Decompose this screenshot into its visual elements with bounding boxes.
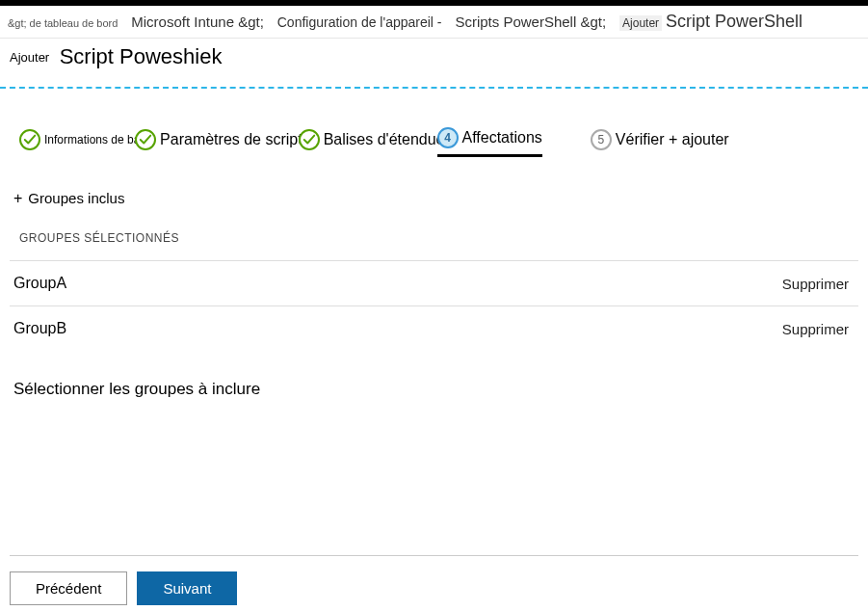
step-basics[interactable]: Informations de base xyxy=(19,129,152,156)
selected-groups-header: GROUPES SÉLECTIONNÉS xyxy=(10,212,858,260)
wizard-stepper: Informations de base Paramètres de scrip… xyxy=(10,98,858,157)
step-number-icon: 5 xyxy=(591,129,612,150)
breadcrumb-current-title: Script PowerShell xyxy=(666,12,802,31)
step-review-add[interactable]: 5 Vérifier + ajouter xyxy=(591,129,729,156)
breadcrumb-item-powershell-scripts[interactable]: Scripts PowerShell &gt; xyxy=(455,13,606,30)
page-header-label: Ajouter xyxy=(10,50,49,65)
page-title: Script Poweshiek xyxy=(60,44,223,68)
included-groups-label: Groupes inclus xyxy=(28,190,124,206)
step-label: Balises d'étendue xyxy=(324,131,445,148)
step-label: Affectations xyxy=(462,129,542,146)
plus-icon: + xyxy=(13,191,22,206)
step-assignments[interactable]: 4 Affectations xyxy=(437,127,542,157)
page-header: Ajouter Script Poweshiek xyxy=(0,39,868,87)
check-icon xyxy=(299,129,320,150)
breadcrumb-item-dashboard[interactable]: &gt; de tableau de bord xyxy=(8,17,118,29)
step-script-settings[interactable]: Paramètres de script xyxy=(135,129,302,156)
breadcrumb-item-current: Ajouter Script PowerShell xyxy=(619,12,802,32)
breadcrumb-current-prefix: Ajouter xyxy=(619,15,662,31)
step-number-icon: 4 xyxy=(437,127,459,148)
step-scope-tags[interactable]: Balises d'étendue xyxy=(299,129,445,156)
step-label: Vérifier + ajouter xyxy=(616,131,729,148)
wizard-footer: Précédent Suivant xyxy=(10,555,858,605)
back-button[interactable]: Précédent xyxy=(10,571,127,605)
included-groups-toggle[interactable]: + Groupes inclus xyxy=(10,186,858,212)
next-button[interactable]: Suivant xyxy=(137,571,237,605)
content-area: Informations de base Paramètres de scrip… xyxy=(0,89,868,409)
breadcrumb-item-device-config[interactable]: Configuration de l'appareil - xyxy=(277,14,442,30)
remove-button[interactable]: Supprimer xyxy=(782,276,849,292)
table-row: GroupA Supprimer xyxy=(10,260,858,306)
breadcrumb-item-intune[interactable]: Microsoft Intune &gt; xyxy=(131,13,264,30)
check-icon xyxy=(19,129,40,150)
group-name: GroupA xyxy=(13,275,66,292)
check-icon xyxy=(135,129,156,150)
breadcrumb: &gt; de tableau de bord Microsoft Intune… xyxy=(0,6,868,39)
select-groups-link[interactable]: Sélectionner les groupes à inclure xyxy=(10,351,858,409)
remove-button[interactable]: Supprimer xyxy=(782,321,849,337)
table-row: GroupB Supprimer xyxy=(10,306,858,351)
group-name: GroupB xyxy=(13,320,66,337)
step-label: Paramètres de script xyxy=(160,131,302,148)
